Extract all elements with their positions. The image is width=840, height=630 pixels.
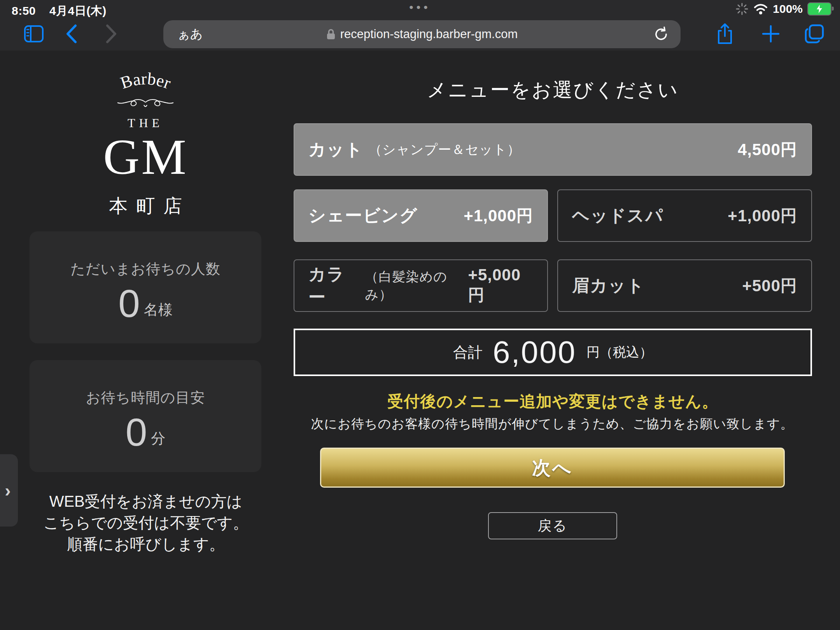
waiting-count-card: ただいまお待ちの人数 0名様 <box>30 231 261 343</box>
multitask-dots-icon: ••• <box>409 1 431 14</box>
tabs-icon[interactable] <box>804 24 824 44</box>
clock-date: 8:50 4月4日(木) <box>12 3 107 19</box>
waiting-time-value: 0 <box>126 410 147 454</box>
menu-item-color[interactable]: カラー （白髪染めのみ） +5,000円 <box>294 259 548 312</box>
menu-title: メニューをお選びください <box>294 77 812 103</box>
back-icon[interactable] <box>65 24 77 44</box>
address-bar[interactable]: ぁあ reception-staging.barber-gm.com <box>163 20 681 48</box>
warning-text: 受付後のメニュー追加や変更はできません。 <box>294 391 812 412</box>
screen: 8:50 4月4日(木) ••• 100% <box>0 0 840 630</box>
logo-barber-text: Barber <box>118 69 173 93</box>
menu-item-shaving[interactable]: シェービング +1,000円 <box>294 189 548 242</box>
date: 4月4日(木) <box>49 4 107 17</box>
waiting-time-label: お待ち時間の目安 <box>30 388 261 408</box>
clock: 8:50 <box>12 4 36 17</box>
waiting-count-value: 0 <box>118 282 140 325</box>
waiting-count-label: ただいまお待ちの人数 <box>30 259 261 279</box>
chevron-right-icon: › <box>5 480 10 501</box>
battery-percent: 100% <box>773 2 803 16</box>
activity-spinner-icon <box>735 2 749 16</box>
cooperation-note: 次にお待ちのお客様の待ち時間が伸びてしまうため、ご協力をお願い致します。 <box>272 415 832 433</box>
menu-item-eyebrow[interactable]: 眉カット +500円 <box>557 259 812 312</box>
logo-gm: GM <box>30 130 261 184</box>
share-icon[interactable] <box>716 23 733 45</box>
safari-toolbar: ぁあ reception-staging.barber-gm.com <box>0 17 840 51</box>
battery-icon <box>807 2 831 16</box>
sidebar-toggle-icon[interactable] <box>24 25 44 42</box>
total-unit: 円（税込） <box>586 343 653 361</box>
lock-icon <box>326 28 336 40</box>
drawer-handle[interactable]: › <box>0 454 18 527</box>
charging-bolt-icon <box>816 5 823 13</box>
wifi-icon <box>753 3 768 15</box>
waiting-time-card: お待ち時間の目安 0分 <box>30 360 261 472</box>
next-button[interactable]: 次へ <box>320 448 785 488</box>
web-reception-note: WEB受付をお済ませの方は こちらでの受付は不要です。 順番にお呼びします。 <box>16 491 276 555</box>
total-box: 合計 6,000 円（税込） <box>294 329 812 376</box>
back-button[interactable]: 戻る <box>488 512 617 539</box>
waiting-time-unit: 分 <box>151 430 165 446</box>
total-value: 6,000 <box>493 337 576 368</box>
reader-options-button[interactable]: ぁあ <box>177 26 203 43</box>
svg-text:Barber: Barber <box>118 69 173 93</box>
status-bar: 8:50 4月4日(木) ••• 100% <box>0 0 840 17</box>
waiting-count-unit: 名様 <box>144 302 173 318</box>
total-label: 合計 <box>453 343 483 362</box>
menu-item-headspa[interactable]: ヘッドスパ +1,000円 <box>557 189 812 242</box>
forward-icon[interactable] <box>106 24 117 44</box>
logo-the: THE <box>30 116 261 130</box>
new-tab-icon[interactable] <box>761 24 780 43</box>
store-name: 本町店 <box>30 194 261 219</box>
url-text: reception-staging.barber-gm.com <box>340 27 518 41</box>
barber-arch-logo: Barber <box>87 62 204 112</box>
menu-item-cut[interactable]: カット （シャンプー＆セット） 4,500円 <box>294 123 812 176</box>
shop-logo: Barber THE GM 本町店 <box>30 62 261 219</box>
logo-flourish <box>117 100 173 107</box>
reload-icon[interactable] <box>653 26 669 43</box>
